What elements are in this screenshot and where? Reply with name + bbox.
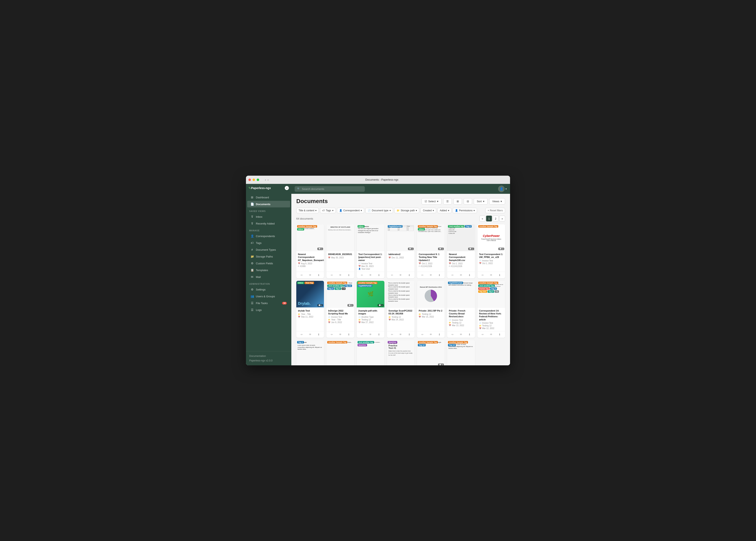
table-row[interactable]: MINUTES OF SCOTLAND Meeting notes and of… bbox=[326, 224, 354, 278]
sidebar-item-settings[interactable]: ⚙ Settings bbox=[247, 286, 290, 293]
reset-filters-button[interactable]: × Reset filters bbox=[485, 208, 505, 213]
table-row[interactable]: NAPOLEON BONAPARTELorem ipsum text conte… bbox=[296, 224, 324, 278]
views-button[interactable]: Views ▾ bbox=[489, 198, 505, 205]
table-row[interactable]: Contact Sheet Demo document content... J… bbox=[357, 340, 384, 365]
preview-button[interactable]: 👁 bbox=[368, 273, 373, 277]
download-button[interactable]: ⬇ bbox=[407, 273, 411, 277]
sidebar-item-correspondents[interactable]: 👤 Correspondents bbox=[247, 233, 290, 240]
filter-storage-path[interactable]: 📁 Storage path ▾ bbox=[394, 208, 419, 213]
sidebar-item-file-tasks[interactable]: ☰ File Tasks 18 bbox=[247, 300, 290, 306]
edit-button[interactable]: ✏ bbox=[481, 332, 485, 336]
edit-button[interactable]: ✏ bbox=[360, 273, 364, 277]
filter-correspondent[interactable]: 👤 Correspondent ▾ bbox=[337, 208, 364, 213]
download-button[interactable]: ⬇ bbox=[498, 273, 502, 277]
table-row[interactable]: CyberPower PowerPanel® Business EditionU… bbox=[477, 224, 505, 278]
preview-button[interactable]: 👁 bbox=[398, 332, 403, 336]
sidebar-item-tags[interactable]: 🏷 Tags bbox=[247, 240, 290, 246]
forward-button[interactable]: › bbox=[268, 178, 269, 182]
split-view-button[interactable]: ⊟ bbox=[464, 198, 472, 205]
sidebar-item-custom-fields[interactable]: ⚙ Custom Fields bbox=[247, 260, 290, 267]
sidebar-item-document-types[interactable]: # Document Types bbox=[247, 247, 290, 253]
table-row[interactable]: Document content preview text here... An… bbox=[326, 340, 354, 365]
select-button[interactable]: ☑ Select ▾ bbox=[422, 198, 442, 205]
sidebar-item-documents[interactable]: 📄 Documents bbox=[247, 201, 290, 208]
sidebar-item-users-groups[interactable]: 👥 Users & Groups bbox=[247, 293, 290, 299]
edit-button[interactable]: ✏ bbox=[421, 332, 424, 336]
edit-button[interactable]: ✏ bbox=[300, 273, 304, 277]
preview-button[interactable]: 👁 bbox=[308, 273, 312, 277]
sort-button[interactable]: Sort ▾ bbox=[474, 198, 488, 205]
table-row[interactable]: Serial Number Company Name Employee 9781… bbox=[417, 224, 445, 278]
search-input[interactable] bbox=[302, 188, 362, 191]
minimize-button[interactable] bbox=[253, 179, 255, 181]
close-button[interactable] bbox=[248, 179, 251, 181]
preview-button[interactable]: 👁 bbox=[338, 332, 343, 336]
download-button[interactable]: ⬇ bbox=[498, 332, 502, 336]
sidebar-item-templates[interactable]: 📋 Templates bbox=[247, 267, 290, 273]
edit-button[interactable]: ✏ bbox=[451, 332, 455, 336]
user-menu-button[interactable]: 👤 bbox=[498, 186, 505, 192]
edit-button[interactable]: ✏ bbox=[330, 332, 334, 336]
preview-button[interactable]: 👁 bbox=[429, 273, 433, 277]
edit-button[interactable]: ✏ bbox=[330, 273, 334, 277]
fullscreen-button[interactable] bbox=[257, 179, 259, 181]
sidebar-item-inbox[interactable]: ⊽ Inbox bbox=[247, 214, 290, 220]
table-row[interactable]: French Country Bread Revised recipe with… bbox=[447, 281, 475, 338]
sidebar-item-storage-paths[interactable]: 📁 Storage Paths bbox=[247, 253, 290, 260]
sidebar-item-recently-added[interactable]: ⊽ Recently Added bbox=[247, 220, 290, 227]
table-row[interactable]: InDesign Scripting Guide 2022 - Read Me … bbox=[326, 281, 354, 338]
download-button[interactable]: ⬇ bbox=[317, 273, 321, 277]
preview-button[interactable]: 👁 bbox=[489, 332, 493, 336]
download-button[interactable]: ⬇ bbox=[317, 332, 321, 336]
table-row[interactable]: Lorem ipsum Lorem ipsum dolor sit amet, … bbox=[447, 340, 475, 365]
edit-button[interactable]: ✏ bbox=[300, 332, 304, 336]
preview-button[interactable]: 👁 bbox=[368, 332, 373, 336]
download-button[interactable]: ⬇ bbox=[468, 332, 471, 336]
table-row[interactable]: Medical Teacher Has the new Klippert gen… bbox=[357, 224, 384, 278]
page-2-button[interactable]: 2 bbox=[493, 216, 498, 222]
collapse-sidebar-button[interactable]: « bbox=[285, 186, 289, 190]
download-button[interactable]: ⬇ bbox=[437, 332, 441, 336]
edit-button[interactable]: ✏ bbox=[390, 273, 394, 277]
table-row[interactable]: Lorem ipsum Lorem ipsum dolor sit amet, … bbox=[296, 340, 324, 365]
table-row[interactable]: This is a test document with sample cont… bbox=[417, 340, 445, 365]
preview-button[interactable]: 👁 bbox=[459, 332, 463, 336]
next-page-button[interactable]: » bbox=[499, 216, 505, 222]
download-button[interactable]: ⬇ bbox=[407, 332, 411, 336]
table-row[interactable]: Drylab. Inbox Test Tag 💬 1 drylab Test bbox=[296, 281, 324, 338]
preview-button[interactable]: 👁 bbox=[338, 273, 343, 277]
table-row[interactable]: CountryRegionState USCA5.0 USNY4.5 TagWi… bbox=[387, 224, 415, 278]
search-box[interactable]: 🔍 bbox=[295, 186, 365, 192]
documentation-link[interactable]: Documentation bbox=[249, 354, 288, 358]
download-button[interactable]: ⬇ bbox=[347, 332, 351, 336]
download-button[interactable]: ⬇ bbox=[377, 332, 381, 336]
sidebar-item-dashboard[interactable]: ⊞ Dashboard bbox=[247, 194, 290, 201]
preview-button[interactable]: 👁 bbox=[308, 332, 312, 336]
edit-button[interactable]: ✏ bbox=[481, 273, 485, 277]
filter-tags[interactable]: 🏷 Tags ▾ bbox=[320, 208, 335, 213]
edit-button[interactable]: ✏ bbox=[360, 332, 364, 336]
table-row[interactable]: The SATPracticeTest #1 Make time to take… bbox=[387, 340, 415, 365]
filter-title-content[interactable]: Title & content ▾ bbox=[296, 208, 319, 213]
preview-button[interactable]: 👁 bbox=[429, 332, 433, 336]
filter-permissions[interactable]: 👤 Permissions ▾ bbox=[453, 208, 477, 213]
table-row[interactable]: Review of Articles of Federal Petitions … bbox=[477, 281, 505, 338]
table-row[interactable]: id,name,value1,Alpha,1002,Beta,2003,Gamm… bbox=[447, 224, 475, 278]
page-1-button[interactable]: 1 bbox=[486, 216, 492, 222]
preview-button[interactable]: 👁 bbox=[489, 273, 493, 277]
edit-button[interactable]: ✏ bbox=[421, 273, 424, 277]
download-button[interactable]: ⬇ bbox=[468, 273, 471, 277]
sidebar-item-logs[interactable]: ☰ Logs bbox=[247, 306, 290, 313]
table-row[interactable]: 🌿 Another Sample Tag TagWithPartial 💬 1 … bbox=[357, 281, 384, 338]
preview-button[interactable]: 👁 bbox=[398, 273, 403, 277]
edit-button[interactable]: ✏ bbox=[390, 332, 394, 336]
back-button[interactable]: ‹ bbox=[265, 178, 266, 182]
filter-added[interactable]: Added ▾ bbox=[437, 208, 451, 213]
table-row[interactable]: Raised BP Distribution 2011 Private: 201… bbox=[417, 281, 445, 338]
sidebar-item-mail[interactable]: ✉ Mail bbox=[247, 273, 290, 280]
filter-document-type[interactable]: 📄 Document type ▾ bbox=[365, 208, 393, 213]
list-view-button[interactable]: ☰ bbox=[443, 198, 452, 205]
download-button[interactable]: ⬇ bbox=[377, 273, 381, 277]
download-button[interactable]: ⬇ bbox=[347, 273, 351, 277]
prev-page-button[interactable]: « bbox=[480, 216, 485, 222]
